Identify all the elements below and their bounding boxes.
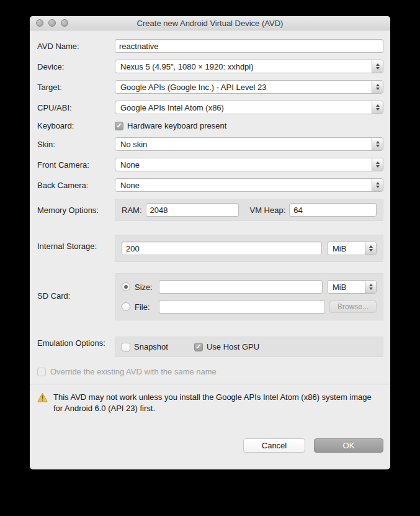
back-camera-label: Back Camera: — [37, 181, 115, 190]
vm-heap-input[interactable] — [289, 203, 377, 217]
skin-label: Skin: — [37, 140, 115, 149]
memory-options-group: RAM: VM Heap: — [115, 199, 383, 221]
cpu-abi-row: CPU/ABI: Google APIs Intel Atom (x86) — [37, 101, 383, 114]
cpu-abi-select[interactable]: Google APIs Intel Atom (x86) — [115, 101, 383, 114]
internal-storage-unit-select[interactable]: MiB — [327, 242, 377, 255]
sd-size-radio[interactable] — [122, 283, 130, 291]
keyboard-row: Keyboard: Hardware keyboard present — [37, 121, 383, 130]
browse-button: Browse... — [329, 301, 377, 313]
use-host-gpu-checkbox[interactable] — [194, 343, 203, 351]
emulation-options-row: Emulation Options: Snapshot Use Host GPU — [37, 329, 383, 357]
override-avd-checkbox — [37, 368, 46, 376]
back-camera-select-value: None — [120, 181, 140, 190]
sd-card-size-row: Size: MiB — [122, 280, 377, 294]
memory-options-row: Memory Options: RAM: VM Heap: — [37, 199, 383, 221]
snapshot-checkbox[interactable] — [122, 343, 130, 351]
avd-name-input[interactable] — [115, 39, 383, 53]
front-camera-row: Front Camera: None — [37, 158, 383, 171]
sd-size-unit-value: MiB — [333, 283, 346, 292]
chevron-up-down-icon — [372, 138, 383, 150]
skin-select-value: No skin — [120, 140, 147, 149]
skin-row: Skin: No skin — [37, 137, 383, 151]
ram-label: RAM: — [122, 206, 142, 215]
internal-storage-row: Internal Storage: MiB — [37, 230, 383, 262]
sd-size-unit-select[interactable]: MiB — [327, 280, 377, 294]
internal-storage-unit-value: MiB — [333, 244, 346, 253]
ok-button[interactable]: OK — [314, 438, 383, 453]
sd-size-input[interactable] — [159, 280, 323, 294]
chevron-up-down-icon — [372, 101, 383, 114]
sd-card-file-row: File: Browse... — [122, 300, 377, 314]
back-camera-select[interactable]: None — [115, 178, 383, 192]
device-row: Device: Nexus 5 (4.95", 1080 × 1920: xxh… — [37, 60, 383, 73]
hardware-keyboard-checkbox[interactable] — [115, 122, 123, 130]
window-title: Create new Android Virtual Device (AVD) — [30, 19, 390, 28]
cancel-button[interactable]: Cancel — [243, 438, 305, 453]
chevron-up-down-icon — [372, 81, 383, 93]
device-label: Device: — [37, 62, 115, 71]
titlebar[interactable]: Create new Android Virtual Device (AVD) — [30, 16, 390, 30]
target-label: Target: — [37, 83, 115, 92]
dialog-buttons: Cancel OK — [37, 438, 383, 453]
override-avd-row: Override the existing AVD with the same … — [37, 367, 383, 376]
vm-heap-label: VM Heap: — [250, 206, 286, 215]
chevron-up-down-icon — [365, 281, 376, 293]
chevron-up-down-icon — [365, 242, 376, 255]
emulation-options-label: Emulation Options: — [37, 338, 115, 348]
front-camera-select[interactable]: None — [115, 158, 383, 171]
avd-dialog-window: Create new Android Virtual Device (AVD) … — [30, 16, 390, 469]
memory-options-label: Memory Options: — [37, 206, 115, 215]
keyboard-label: Keyboard: — [37, 121, 115, 130]
snapshot-checkbox-label: Snapshot — [134, 342, 168, 351]
device-select[interactable]: Nexus 5 (4.95", 1080 × 1920: xxhdpi) — [115, 60, 383, 73]
front-camera-label: Front Camera: — [37, 160, 115, 170]
close-button[interactable] — [36, 19, 43, 27]
use-host-gpu-checkbox-row: Use Host GPU — [194, 342, 259, 351]
target-row: Target: Google APIs (Google Inc.) - API … — [37, 80, 383, 94]
sd-size-label: Size: — [135, 283, 154, 292]
warning-triangle-icon: ! — [37, 392, 48, 402]
internal-storage-label: Internal Storage: — [37, 242, 115, 251]
target-select[interactable]: Google APIs (Google Inc.) - API Level 23 — [115, 80, 383, 94]
skin-select[interactable]: No skin — [115, 137, 383, 151]
chevron-up-down-icon — [372, 158, 383, 171]
window-controls — [36, 19, 68, 27]
front-camera-select-value: None — [120, 160, 140, 170]
chevron-up-down-icon — [372, 60, 383, 73]
back-camera-row: Back Camera: None — [37, 178, 383, 192]
hardware-keyboard-checkbox-label: Hardware keyboard present — [127, 121, 226, 130]
sd-card-row: SD Card: Size: MiB — [37, 271, 383, 320]
cpu-abi-select-value: Google APIs Intel Atom (x86) — [120, 103, 224, 112]
device-select-value: Nexus 5 (4.95", 1080 × 1920: xxhdpi) — [120, 62, 254, 71]
chevron-up-down-icon — [372, 179, 383, 191]
sd-file-input[interactable] — [159, 300, 325, 314]
override-avd-label: Override the existing AVD with the same … — [50, 367, 217, 376]
dialog-content: AVD Name: Device: Nexus 5 (4.95", 1080 ×… — [30, 30, 390, 453]
sd-file-label: File: — [135, 302, 154, 312]
warning-message: ! This AVD may not work unless you insta… — [37, 384, 383, 414]
sd-card-label: SD Card: — [37, 291, 115, 301]
svg-text:!: ! — [42, 395, 43, 402]
warning-text: This AVD may not work unless you install… — [53, 392, 383, 414]
internal-storage-group: MiB — [115, 235, 383, 262]
avd-name-row: AVD Name: — [37, 39, 383, 53]
ram-input[interactable] — [146, 203, 239, 217]
sd-file-radio[interactable] — [122, 302, 130, 311]
emulation-options-group: Snapshot Use Host GPU — [115, 337, 383, 357]
zoom-button[interactable] — [61, 19, 68, 27]
sd-card-group: Size: MiB File: Browse... — [115, 273, 383, 320]
hardware-keyboard-checkbox-row: Hardware keyboard present — [115, 121, 383, 130]
avd-name-label: AVD Name: — [37, 42, 115, 51]
target-select-value: Google APIs (Google Inc.) - API Level 23 — [120, 83, 267, 92]
minimize-button[interactable] — [48, 19, 56, 27]
cpu-abi-label: CPU/ABI: — [37, 103, 115, 112]
internal-storage-input[interactable] — [122, 242, 322, 255]
snapshot-checkbox-row: Snapshot — [122, 342, 168, 351]
use-host-gpu-checkbox-label: Use Host GPU — [207, 342, 259, 351]
